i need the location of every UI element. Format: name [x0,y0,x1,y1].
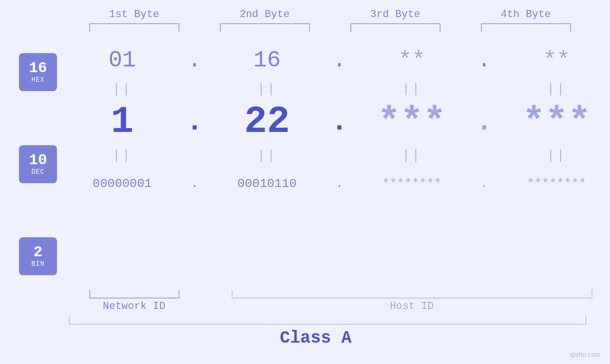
dec-value-4: *** [522,101,591,144]
bottom-brackets-row [0,290,610,299]
class-row: Class A [0,328,610,348]
hex-badge: 16 HEX [19,53,57,91]
dec-dot-1: . [188,106,202,138]
eq1-cell-2: || [202,82,332,96]
eq1-cell-4: || [491,82,610,96]
bin-dot-1: . [188,177,202,191]
top-bracket-4 [481,23,571,32]
hex-row: 01 . 16 . ** . ** [57,41,610,79]
top-bracket-2 [220,23,310,32]
dec-cell-2: 22 [202,103,332,141]
class-label: Class A [280,328,351,348]
hex-value-2: 16 [253,47,281,73]
eq2-1: || [113,148,132,163]
main-content: 16 HEX 10 DEC 2 BIN 01 . [0,37,610,288]
dec-dot-3: . [477,106,491,138]
hex-cell-2: 16 [202,47,332,73]
dec-value-2: 22 [244,103,290,141]
hex-dot-1: . [188,47,202,73]
dec-badge-number: 10 [29,153,47,168]
bottom-bracket-host [232,290,592,299]
bin-dot-2: . [332,177,347,191]
eq1-4: || [547,82,567,96]
eq2-cell-1: || [57,148,188,163]
eq1-cell-3: || [347,82,477,96]
labels-row: Network ID Host ID [0,300,610,312]
watermark: ipshu.com [570,351,601,358]
bin-row: 00000001 . 00010110 . ******** . [57,165,610,203]
byte-label-4: 4th Byte [460,9,591,20]
bottom-bracket-network [89,290,179,299]
hex-badge-label: HEX [31,76,45,84]
bin-value-2: 00010110 [237,177,297,191]
dec-cell-4: *** [491,101,610,144]
dec-value-1: 1 [111,103,133,141]
hex-value-1: 01 [109,47,136,73]
hex-cell-1: 01 [57,47,188,73]
hex-dot-3: . [477,47,491,73]
dec-badge: 10 DEC [19,145,57,183]
hex-cell-4: ** [491,47,610,73]
eq1-3: || [402,82,422,96]
dec-cell-1: 1 [57,103,188,141]
badges-column: 16 HEX 10 DEC 2 BIN [19,37,57,288]
dec-row: 1 . 22 . *** . *** [57,98,610,146]
eq1-2: || [257,82,277,96]
host-id-label: Host ID [214,300,610,312]
bin-badge-label: BIN [31,260,45,268]
big-bottom-bracket [69,316,586,325]
eq2-2: || [257,148,277,163]
hex-badge-number: 16 [29,61,47,76]
bin-value-4: ******** [527,177,586,191]
eq1-cell-1: || [57,82,188,96]
data-grid: 01 . 16 . ** . ** [57,37,610,288]
bin-badge-number: 2 [33,245,42,260]
dec-cell-3: *** [347,101,477,144]
hex-value-3: ** [398,47,426,73]
eq2-cell-2: || [202,148,332,163]
equals-row-2: || || || || [57,146,610,165]
hex-dot-2: . [332,47,347,73]
dec-value-3: *** [377,101,446,144]
byte-label-3: 3rd Byte [330,9,460,20]
hex-cell-3: ** [347,47,477,73]
network-id-label: Network ID [69,300,199,312]
bin-dot-3: . [477,177,491,191]
byte-labels-row: 1st Byte 2nd Byte 3rd Byte 4th Byte [0,0,610,20]
hex-value-4: ** [543,47,571,73]
big-bottom-bracket-row [0,316,610,325]
byte-label-1: 1st Byte [69,9,199,20]
bin-cell-1: 00000001 [57,177,188,191]
dec-dot-2: . [332,106,347,138]
bin-cell-2: 00010110 [202,177,332,191]
bin-value-1: 00000001 [93,177,152,191]
eq2-cell-3: || [347,148,477,163]
bin-value-3: ******** [382,177,441,191]
byte-label-2: 2nd Byte [199,9,330,20]
bin-cell-4: ******** [491,177,610,191]
top-bracket-1 [89,23,179,32]
bin-badge: 2 BIN [19,237,57,275]
eq2-4: || [547,148,567,163]
top-brackets-row [0,23,610,32]
eq2-3: || [402,148,422,163]
bin-cell-3: ******** [347,177,477,191]
top-bracket-3 [350,23,441,32]
dec-badge-label: DEC [31,168,45,176]
eq2-cell-4: || [491,148,610,163]
main-container: 1st Byte 2nd Byte 3rd Byte 4th Byte 16 H… [0,0,610,364]
equals-row-1: || || || || [57,79,610,98]
eq1-1: || [113,82,132,96]
